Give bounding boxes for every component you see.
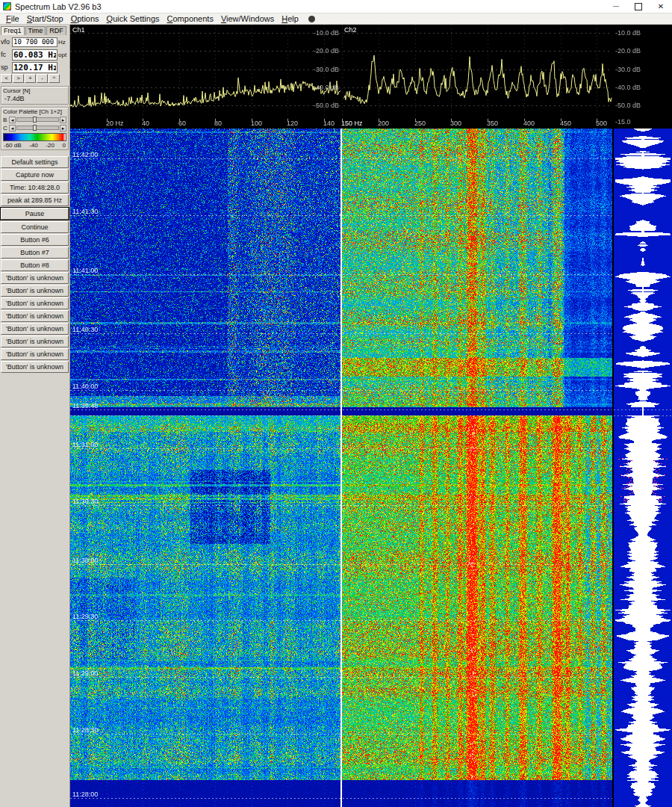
sp-input[interactable] xyxy=(12,62,57,73)
menubar: FileStart/StopOptionsQuick SettingsCompo… xyxy=(0,13,672,25)
sidebar-button-button-is-unknown[interactable]: 'Button' is unknown xyxy=(1,348,69,360)
slider-thumb[interactable] xyxy=(33,117,37,123)
window-title: Spectrum Lab V2.96 b3 xyxy=(15,2,102,11)
fc-input[interactable] xyxy=(12,49,57,61)
menu-item-file[interactable]: File xyxy=(2,14,23,23)
amplitude-strip xyxy=(614,129,672,807)
palette-scale-labels: -60 dB-40-200 xyxy=(3,142,66,149)
color-palette-panel: Color Palette [Ch 1+2] B C -60 dB-40-200 xyxy=(1,107,69,150)
tab-rdf[interactable]: RDF xyxy=(46,26,66,35)
palette-panel-title: Color Palette [Ch 1+2] xyxy=(3,108,66,115)
tune-button-2[interactable]: + xyxy=(25,74,36,83)
slider-right-arrow-icon[interactable] xyxy=(60,125,66,132)
sidebar-button-button-8[interactable]: Button #8 xyxy=(1,259,69,271)
sp-field-row: sp xyxy=(1,61,69,73)
fc-label: fc xyxy=(1,51,11,58)
vfo-unit-label: Hz xyxy=(58,39,69,46)
tune-button-4[interactable]: ^ xyxy=(49,74,60,83)
sidebar-button-default-settings[interactable]: Default settings xyxy=(1,156,69,168)
spectrum-plot[interactable] xyxy=(70,25,672,119)
sidebar-button-button-is-unknown[interactable]: 'Button' is unknown xyxy=(1,310,69,322)
sidebar-button-continue[interactable]: Continue xyxy=(1,221,69,233)
menu-item-quick-settings[interactable]: Quick Settings xyxy=(103,14,164,23)
palette-scale-label: -60 dB xyxy=(4,142,22,149)
contrast-slider-label: C xyxy=(3,125,8,132)
sidebar-button-button-is-unknown[interactable]: 'Button' is unknown xyxy=(1,272,69,284)
contrast-slider-row: C xyxy=(3,124,66,132)
app-window: Spectrum Lab V2.96 b3 FileStart/StopOpti… xyxy=(0,0,672,807)
tune-button-0[interactable]: < xyxy=(1,74,12,83)
sidebar-button-button-6[interactable]: Button #6 xyxy=(1,234,69,246)
contrast-slider[interactable] xyxy=(16,126,59,130)
slider-right-arrow-icon[interactable] xyxy=(60,117,66,123)
palette-gradient-bar xyxy=(3,133,66,141)
menu-item-view-windows[interactable]: View/Windows xyxy=(217,14,278,23)
status-dot-icon xyxy=(308,16,315,22)
cursor-value: -7.4dB xyxy=(3,94,66,103)
sidebar-button-button-is-unknown[interactable]: 'Button' is unknown xyxy=(1,361,69,373)
menu-item-components[interactable]: Components xyxy=(164,14,217,23)
tune-button-1[interactable]: > xyxy=(13,74,24,83)
sidebar-button-button-is-unknown[interactable]: 'Button' is unknown xyxy=(1,336,69,347)
palette-scale-label: -40 xyxy=(29,142,38,149)
vfo-input[interactable] xyxy=(12,37,57,47)
sidebar-button-button-is-unknown[interactable]: 'Button' is unknown xyxy=(1,323,69,335)
minimize-button[interactable] xyxy=(605,0,627,13)
tab-freq1[interactable]: Freq1 xyxy=(1,26,25,35)
sp-label: sp xyxy=(1,64,11,71)
menu-item-start-stop[interactable]: Start/Stop xyxy=(23,14,67,23)
brightness-slider-label: B xyxy=(3,117,8,123)
brightness-slider[interactable] xyxy=(16,117,59,122)
titlebar: Spectrum Lab V2.96 b3 xyxy=(0,0,672,13)
cursor-panel-title: Cursor [N] xyxy=(3,87,66,94)
cursor-panel: Cursor [N] -7.4dB xyxy=(1,86,69,105)
window-controls xyxy=(605,0,672,13)
slider-left-arrow-icon[interactable] xyxy=(9,117,16,123)
fc-opt-label: opt xyxy=(58,52,69,58)
vfo-label: vfo xyxy=(1,38,11,46)
sidebar-button-button-is-unknown[interactable]: 'Button' is unknown xyxy=(1,297,69,309)
close-button[interactable] xyxy=(650,0,672,13)
tuning-buttons-row: <>+-^ xyxy=(1,74,69,84)
sidebar-buttons: Default settingsCapture nowTime: 10:48:2… xyxy=(1,156,69,373)
app-icon xyxy=(3,2,11,10)
sidebar-button-button-is-unknown[interactable]: 'Button' is unknown xyxy=(1,285,69,297)
menu-item-help[interactable]: Help xyxy=(278,14,302,23)
brightness-slider-row: B xyxy=(3,116,66,123)
sidebar-button-time-10-48-28-0[interactable]: Time: 10:48:28.0 xyxy=(1,182,69,194)
main-display: Ch1Ch2-10.0 dB-10.0 dB-20.0 dB-20.0 dB-3… xyxy=(70,25,672,807)
slider-thumb[interactable] xyxy=(33,125,37,131)
sidebar-button-peak-at-289-85-hz[interactable]: peak at 289.85 Hz xyxy=(1,194,69,206)
maximize-button[interactable] xyxy=(627,0,650,13)
sidebar-button-button-7[interactable]: Button #7 xyxy=(1,247,69,259)
fc-field-row: fc opt xyxy=(1,49,69,61)
tune-button-3[interactable]: - xyxy=(37,74,48,83)
waterfall-display[interactable] xyxy=(70,129,612,807)
menu-item-options[interactable]: Options xyxy=(67,14,103,23)
vfo-field-row: vfo Hz xyxy=(1,36,69,48)
sidebar-tabs: Freq1TimeRDF xyxy=(1,25,69,35)
sidebar: Freq1TimeRDF vfo Hz fc opt sp <>+-^ Curs… xyxy=(0,25,70,807)
slider-left-arrow-icon[interactable] xyxy=(9,125,16,132)
palette-scale-label: -20 xyxy=(46,142,55,149)
sidebar-button-capture-now[interactable]: Capture now xyxy=(1,169,69,181)
frequency-scale xyxy=(70,119,672,129)
palette-scale-label: 0 xyxy=(63,142,66,149)
tab-time[interactable]: Time xyxy=(25,26,46,35)
sidebar-button-pause[interactable]: Pause xyxy=(1,208,69,220)
